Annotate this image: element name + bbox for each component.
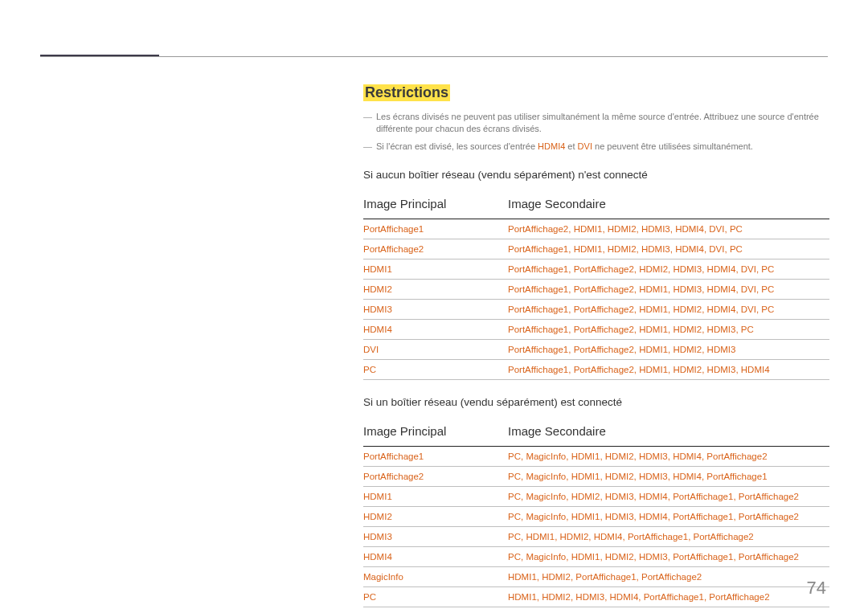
secondary-value: HDMI1 [639,284,673,294]
secondary-value: HDMI1 [639,325,673,334]
secondary-value: PortAffichage1 [508,325,574,334]
table1-secondary-cell: PortAffichage1PortAffichage2HDMI1HDMI2HD… [508,300,829,320]
table2-col1-header: Image Principal [363,419,508,447]
secondary-value: HDMI3 [639,552,673,562]
table2-secondary-cell: HDMI1HDMI2PortAffichage1PortAffichage2 [508,567,829,587]
table-row: HDMI2PCMagicInfoHDMI1HDMI3HDMI4PortAffic… [363,507,829,527]
secondary-value: HDMI1 [639,304,673,314]
secondary-value: HDMI1 [571,512,605,521]
note-text: Si l'écran est divisé, les sources d'ent… [376,141,538,151]
table-row: HDMI4PortAffichage1PortAffichage2HDMI1HD… [363,320,829,340]
secondary-value: PortAffichage1 [508,244,574,254]
secondary-value: HDMI4 [673,472,706,481]
secondary-value: HDMI3 [639,452,673,461]
table2-primary-cell: HDMI4 [363,547,508,567]
table-row: HDMI2PortAffichage1PortAffichage2HDMI1HD… [363,280,829,300]
secondary-value: MagicInfo [526,452,571,461]
table1-secondary-cell: PortAffichage1PortAffichage2HDMI1HDMI2HD… [508,320,829,340]
table1-secondary-cell: PortAffichage1PortAffichage2HDMI1HDMI2HD… [508,340,829,360]
table-row: HDMI4PCMagicInfoHDMI1HDMI2HDMI3PortAffic… [363,547,829,567]
secondary-value: DVI [741,264,762,274]
secondary-value: PortAffichage2 [694,532,754,541]
secondary-value: HDMI4 [707,284,741,294]
table-row: PortAffichage1PortAffichage2HDMI1HDMI2HD… [363,219,829,239]
table2-primary-cell: HDMI2 [363,507,508,527]
secondary-value: HDMI4 [675,224,709,234]
secondary-value: PortAffichage2 [574,304,640,314]
secondary-value: HDMI3 [639,472,673,481]
table1-col2-header: Image Secondaire [508,192,829,219]
table1-secondary-cell: PortAffichage1PortAffichage2HDMI2HDMI3HD… [508,260,829,280]
secondary-value: HDMI4 [610,592,644,602]
secondary-value: HDMI2 [571,492,605,501]
secondary-value: PC [730,224,743,234]
table2-caption: Si un boîtier réseau (vendu séparément) … [363,396,829,408]
secondary-value: PortAffichage1 [508,345,574,354]
note-text: Les écrans divisés ne peuvent pas utilis… [376,112,819,133]
note-item: Les écrans divisés ne peuvent pas utilis… [363,111,829,136]
header-rule [40,56,828,57]
secondary-value: HDMI3 [673,284,706,294]
secondary-value: PortAffichage2 [739,512,799,521]
table1-primary-cell: PC [363,360,508,380]
secondary-value: HDMI4 [639,492,673,501]
secondary-value: PortAffichage1 [706,472,767,481]
secondary-value: HDMI3 [707,365,741,374]
table-row: DVIPortAffichage1PortAffichage2HDMI1HDMI… [363,340,829,360]
table2-primary-cell: PortAffichage1 [363,447,508,467]
secondary-value: HDMI2 [605,472,639,481]
table1-primary-cell: PortAffichage2 [363,239,508,260]
table-row: HDMI3PortAffichage1PortAffichage2HDMI1HD… [363,300,829,320]
table-row: PortAffichage1PCMagicInfoHDMI1HDMI2HDMI3… [363,447,829,467]
secondary-value: HDMI2 [673,304,706,314]
secondary-value: PortAffichage1 [508,284,574,294]
table1-primary-cell: HDMI3 [363,300,508,320]
secondary-value: PortAffichage1 [508,264,574,274]
secondary-value: PC [741,325,754,334]
secondary-value: HDMI4 [741,365,770,374]
table2-col2-header: Image Secondaire [508,419,829,447]
table1-secondary-cell: PortAffichage1PortAffichage2HDMI1HDMI3HD… [508,280,829,300]
table1-secondary-cell: PortAffichage1PortAffichage2HDMI1HDMI2HD… [508,360,829,380]
table1-col1-header: Image Principal [363,192,508,219]
secondary-value: PC [730,244,743,254]
secondary-value: PC [508,492,526,501]
page: Restrictions Les écrans divisés ne peuve… [0,0,868,613]
secondary-value: HDMI3 [673,264,706,274]
table1-secondary-cell: PortAffichage1HDMI1HDMI2HDMI3HDMI4DVIPC [508,239,829,260]
secondary-value: PC [761,284,774,294]
table-row: PCPortAffichage1PortAffichage2HDMI1HDMI2… [363,360,829,380]
secondary-value: PC [508,552,526,562]
secondary-value: PortAffichage2 [709,592,769,602]
secondary-value: HDMI4 [707,264,741,274]
secondary-value: MagicInfo [526,472,571,481]
secondary-value: HDMI2 [542,592,575,602]
secondary-value: PortAffichage2 [706,452,767,461]
table2-secondary-cell: PCMagicInfoHDMI1HDMI2HDMI3PortAffichage1… [508,547,829,567]
table1-primary-cell: DVI [363,340,508,360]
secondary-value: PC [508,512,526,521]
secondary-value: PortAffichage1 [575,572,641,582]
secondary-value: HDMI2 [673,345,706,354]
secondary-value: HDMI2 [639,264,673,274]
note-highlight-text: DVI [578,141,592,151]
secondary-value: PortAffichage2 [739,552,799,562]
secondary-value: PortAffichage2 [574,284,640,294]
table2-primary-cell: MagicInfo [363,567,508,587]
table-row: PCHDMI1HDMI2HDMI3HDMI4PortAffichage1Port… [363,587,829,607]
secondary-value: HDMI3 [707,345,736,354]
table-row: HDMI1PortAffichage1PortAffichage2HDMI2HD… [363,260,829,280]
secondary-value: PortAffichage1 [508,365,574,374]
secondary-value: HDMI3 [605,492,639,501]
table1: Image Principal Image Secondaire PortAff… [363,192,829,380]
secondary-value: PC [761,304,774,314]
secondary-value: PortAffichage1 [628,532,694,541]
secondary-value: HDMI2 [542,572,575,582]
secondary-value: HDMI1 [574,224,608,234]
secondary-value: HDMI4 [707,304,741,314]
table2-secondary-cell: PCHDMI1HDMI2HDMI4PortAffichage1PortAffic… [508,527,829,547]
table-row: HDMI1PCMagicInfoHDMI2HDMI3HDMI4PortAffic… [363,487,829,507]
secondary-value: PortAffichage1 [673,552,739,562]
content-area: Restrictions Les écrans divisés ne peuve… [363,84,829,607]
secondary-value: DVI [709,224,730,234]
